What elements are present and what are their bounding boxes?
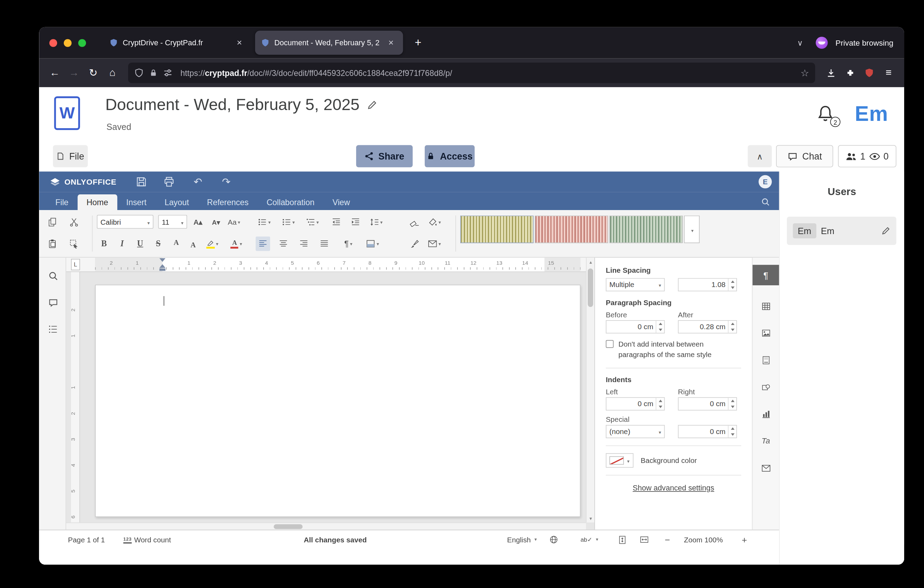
collaborator-avatar[interactable]: E <box>759 175 772 188</box>
decrease-indent-button[interactable] <box>329 215 343 229</box>
vertical-scroll-thumb[interactable] <box>588 269 593 307</box>
maximize-window-button[interactable] <box>78 39 86 46</box>
participants-counter[interactable]: 1 0 <box>838 145 896 167</box>
file-menu-button[interactable]: File <box>53 145 88 167</box>
fit-width-button[interactable] <box>640 530 649 549</box>
spellcheck-button[interactable]: ab✓ <box>580 530 598 549</box>
font-size-combo[interactable]: 11 <box>158 215 187 229</box>
indent-left-spinner[interactable]: 0 cm <box>606 397 665 410</box>
access-button[interactable]: Access <box>425 145 475 167</box>
redo-button[interactable]: ↷ <box>217 172 235 192</box>
search-icon[interactable] <box>757 194 773 209</box>
vertical-ruler[interactable]: 2 1 1 2 3 4 5 6 <box>71 272 80 522</box>
multilevel-list-button[interactable] <box>305 215 319 229</box>
indent-right-spinner[interactable]: 0 cm <box>678 397 737 410</box>
justify-button[interactable] <box>317 236 332 251</box>
site-settings-sliders-icon[interactable] <box>163 68 173 78</box>
style-gallery-expand-button[interactable] <box>684 216 700 243</box>
horizontal-scrollbar[interactable] <box>66 522 586 530</box>
navigation-headings-icon[interactable] <box>46 322 59 336</box>
image-settings-tab[interactable] <box>753 322 779 343</box>
notifications-bell-button[interactable]: 2 <box>817 104 838 127</box>
first-line-indent-marker[interactable] <box>160 258 165 262</box>
forward-button[interactable]: → <box>64 63 84 82</box>
bookmark-star-icon[interactable]: ☆ <box>800 67 809 79</box>
url-bar[interactable]: https://cryptpad.fr/doc/#/3/doc/edit/ff0… <box>128 63 815 83</box>
change-case-button[interactable]: Aa <box>227 215 241 229</box>
special-indent-select[interactable]: (none) <box>606 425 665 438</box>
mail-merge-settings-tab[interactable] <box>753 458 779 479</box>
spacing-after-spinner[interactable]: 0.28 cm <box>678 320 737 334</box>
spacing-before-spinner[interactable]: 0 cm <box>606 320 665 334</box>
language-selector[interactable]: English <box>507 530 537 549</box>
shape-settings-tab[interactable] <box>753 377 779 398</box>
textart-settings-tab[interactable]: Ta <box>753 430 779 451</box>
style-gallery-item-3[interactable] <box>609 216 683 243</box>
superscript-button[interactable]: A <box>169 236 183 250</box>
close-window-button[interactable] <box>50 39 57 46</box>
strikethrough-button[interactable]: S <box>151 236 165 251</box>
left-indent-marker[interactable] <box>160 269 165 271</box>
globe-icon[interactable] <box>549 530 558 549</box>
word-count-button[interactable]: 123 Word count <box>123 530 171 549</box>
tab-document[interactable]: Document - Wed, February 5, 2 × <box>255 31 403 55</box>
paragraph-shading-button[interactable] <box>427 215 441 229</box>
edit-user-name-pencil-icon[interactable] <box>881 226 890 236</box>
line-spacing-value-spinner[interactable]: 1.08 <box>678 278 737 291</box>
horizontal-ruler[interactable]: 2 1 1 2 3 4 5 6 7 8 9 10 11 <box>66 258 594 272</box>
vertical-scrollbar[interactable]: ▲ ▼ <box>586 258 594 522</box>
align-center-button[interactable] <box>276 236 290 251</box>
menu-hamburger-button[interactable]: ≡ <box>879 63 898 82</box>
menu-tab-layout[interactable]: Layout <box>156 194 198 210</box>
line-spacing-button[interactable] <box>369 215 383 229</box>
cut-button[interactable] <box>67 215 81 229</box>
select-all-button[interactable] <box>67 236 81 251</box>
copy-style-button[interactable] <box>408 236 422 251</box>
extensions-puzzle-button[interactable] <box>840 63 860 82</box>
nonprinting-characters-button[interactable]: ¶ <box>341 236 355 251</box>
undo-button[interactable]: ↶ <box>189 172 207 192</box>
underline-button[interactable]: U <box>133 236 147 251</box>
list-all-tabs-chevron[interactable]: ∨ <box>792 38 808 47</box>
chart-settings-tab[interactable] <box>753 404 779 424</box>
lock-icon[interactable] <box>149 69 158 77</box>
tab-stop-selector[interactable]: L <box>71 259 80 270</box>
no-interval-checkbox[interactable] <box>606 340 614 348</box>
close-tab-icon[interactable]: × <box>233 36 246 49</box>
shield-permissions-icon[interactable] <box>134 68 144 78</box>
bullet-list-button[interactable] <box>257 215 271 229</box>
menu-tab-references[interactable]: References <box>198 194 257 210</box>
tab-cryptdrive[interactable]: CryptDrive - CryptPad.fr × <box>103 31 251 55</box>
numbered-list-button[interactable] <box>281 215 295 229</box>
minimize-window-button[interactable] <box>64 39 71 46</box>
find-icon[interactable] <box>46 269 59 282</box>
home-button[interactable]: ⌂ <box>103 63 122 82</box>
share-button[interactable]: Share <box>356 145 412 167</box>
clear-style-button[interactable] <box>408 215 422 229</box>
increase-indent-button[interactable] <box>348 215 363 229</box>
new-tab-button[interactable]: + <box>408 33 427 52</box>
menu-tab-view[interactable]: View <box>323 194 359 210</box>
highlight-color-button[interactable] <box>205 236 219 251</box>
font-color-button[interactable]: A <box>229 236 243 251</box>
menu-tab-home[interactable]: Home <box>77 194 117 210</box>
paste-button[interactable] <box>45 236 59 251</box>
edit-title-pencil-icon[interactable] <box>367 100 377 110</box>
back-button[interactable]: ← <box>45 63 64 82</box>
copy-button[interactable] <box>45 215 59 229</box>
horizontal-scroll-thumb[interactable] <box>274 524 302 529</box>
bold-button[interactable]: B <box>97 236 111 251</box>
mail-merge-button[interactable] <box>427 236 441 251</box>
collapse-toolbar-button[interactable]: ∧ <box>748 145 772 167</box>
font-name-combo[interactable]: Calibri <box>97 215 153 229</box>
menu-tab-collaboration[interactable]: Collaboration <box>257 194 323 210</box>
page-indicator[interactable]: Page 1 of 1 <box>68 530 105 549</box>
paragraph-settings-tab[interactable]: ¶ <box>753 265 779 285</box>
subscript-button[interactable]: A <box>186 238 200 252</box>
line-spacing-select[interactable]: Multiple <box>606 278 665 291</box>
increase-font-button[interactable]: A▴ <box>191 215 205 229</box>
align-right-button[interactable] <box>297 236 311 251</box>
show-advanced-settings-link[interactable]: Show advanced settings <box>606 484 741 492</box>
comments-icon[interactable] <box>46 296 59 309</box>
align-left-button[interactable] <box>256 236 270 251</box>
